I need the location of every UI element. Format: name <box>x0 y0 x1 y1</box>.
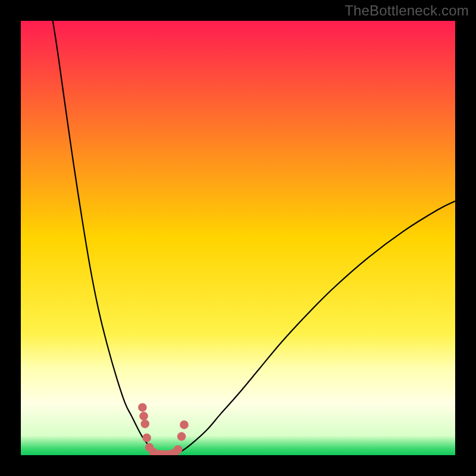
chart-frame: TheBottleneck.com <box>0 0 476 476</box>
minimum-dot <box>138 403 147 412</box>
minimum-dot <box>140 419 149 428</box>
chart-plot-area <box>21 21 455 455</box>
watermark-text: TheBottleneck.com <box>345 2 469 19</box>
chart-svg <box>21 21 455 455</box>
minimum-dot <box>180 421 189 430</box>
minimum-dot <box>174 445 183 454</box>
minimum-dot <box>177 432 186 441</box>
chart-background <box>21 21 455 455</box>
minimum-dot <box>142 434 151 443</box>
minimum-dot <box>139 412 148 421</box>
